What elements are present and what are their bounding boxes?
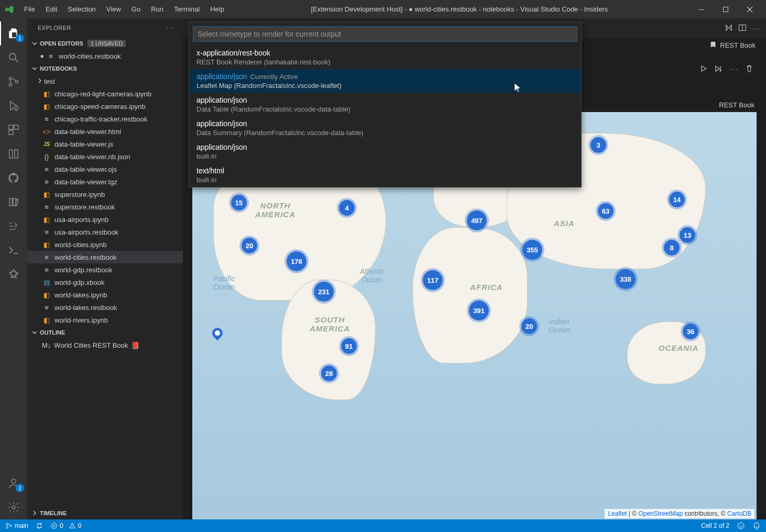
activity-bookmarks[interactable] — [0, 142, 27, 166]
file-item[interactable]: ◧usa-airports.ipynb — [27, 213, 183, 226]
vscode-insiders-logo — [4, 4, 15, 15]
activity-pin[interactable] — [0, 262, 27, 286]
quickpick-input[interactable] — [193, 26, 577, 42]
more-icon[interactable]: ··· — [752, 25, 761, 32]
quickpick-item[interactable]: application/jsonbuilt-in — [189, 140, 581, 163]
file-item[interactable]: ◧world-cities.ipynb — [27, 238, 183, 251]
map-cluster[interactable]: 36 — [683, 324, 698, 339]
quickpick-item[interactable]: x-application/rest-bookREST Book Rendere… — [189, 46, 581, 69]
split-editor-icon[interactable] — [738, 24, 747, 34]
run-below-icon[interactable] — [714, 64, 724, 73]
carto-link[interactable]: CartoDB — [727, 510, 751, 517]
status-feedback-icon[interactable] — [737, 522, 745, 530]
status-problems[interactable]: 0 0 — [50, 522, 81, 529]
file-item[interactable]: ▤world-gdp.xbook — [27, 276, 183, 289]
cell-more-icon[interactable]: ··· — [730, 64, 739, 73]
activity-terminal[interactable] — [0, 238, 27, 262]
map-cluster[interactable]: 15 — [231, 195, 247, 210]
svg-rect-7 — [9, 125, 13, 129]
outline-header[interactable]: OUTLINE — [27, 326, 183, 339]
menu-help[interactable]: Help — [205, 2, 229, 16]
menu-terminal[interactable]: Terminal — [169, 2, 205, 16]
open-editor-item[interactable]: ≡ world-cities.restbook — [27, 50, 183, 62]
map-cluster[interactable]: 13 — [680, 227, 695, 243]
sidebar-more-icon[interactable]: ··· — [167, 25, 174, 31]
activity-account[interactable]: 2 — [0, 471, 27, 495]
file-item[interactable]: ◧chicago-red-light-cameras.ipynb — [27, 87, 183, 100]
map-cluster[interactable]: 338 — [616, 269, 636, 289]
chevron-right-icon — [37, 77, 43, 85]
map-cluster[interactable]: 3 — [590, 137, 606, 153]
file-item[interactable]: ≡superstore.restbook — [27, 201, 183, 213]
file-item[interactable]: ◧superstore.ipynb — [27, 188, 183, 201]
file-item[interactable]: ≡data-table-viewer.tgz — [27, 175, 183, 188]
activity-explorer[interactable]: 1 — [0, 21, 27, 46]
file-item[interactable]: ◧world-lakes.ipynb — [27, 289, 183, 301]
osm-link[interactable]: OpenStreetMap — [638, 510, 683, 517]
map-cluster[interactable]: 8 — [664, 240, 680, 256]
unsaved-badge: 1 UNSAVED — [87, 40, 126, 47]
close-button[interactable] — [738, 0, 762, 18]
file-item[interactable]: {}data-table-viewer.nb.json — [27, 150, 183, 163]
activity-extensions[interactable] — [0, 118, 27, 142]
notebook-icon: ◧ — [42, 191, 51, 198]
activity-search[interactable] — [0, 46, 27, 70]
menu-edit[interactable]: Edit — [40, 2, 62, 16]
map-cluster[interactable]: 63 — [598, 203, 614, 219]
file-item[interactable]: ≡world-cities.restbook — [27, 251, 183, 263]
status-cell-position[interactable]: Cell 2 of 2 — [701, 522, 729, 529]
minimize-button[interactable] — [690, 0, 714, 18]
menu-file[interactable]: File — [19, 2, 40, 16]
activity-github[interactable] — [0, 166, 27, 190]
map-cluster[interactable]: 391 — [469, 301, 489, 320]
quickpick-item[interactable]: application/jsonData Table (RandomFracta… — [189, 93, 581, 116]
status-bell-icon[interactable] — [752, 522, 761, 530]
map-cluster[interactable]: 20 — [242, 238, 257, 253]
quickpick-item[interactable]: application/jsonCurrently ActiveLeaflet … — [189, 69, 581, 93]
quickpick-item[interactable]: text/htmlbuilt-in — [189, 163, 581, 187]
compare-icon[interactable] — [725, 24, 733, 34]
activity-settings[interactable] — [0, 495, 27, 519]
outline-item[interactable]: M↓ World Cities REST Book 📕 — [27, 339, 183, 351]
menu-selection[interactable]: Selection — [62, 2, 101, 16]
map-cluster[interactable]: 497 — [467, 210, 487, 230]
activity-library[interactable] — [0, 190, 27, 214]
menu-go[interactable]: Go — [126, 2, 146, 16]
maximize-button[interactable] — [714, 0, 738, 18]
map-cluster[interactable]: 231 — [314, 282, 334, 302]
activity-source-control[interactable] — [0, 70, 27, 94]
file-item[interactable]: ≡usa-airports.restbook — [27, 226, 183, 238]
file-item[interactable]: ◧chicago-speed-cameras.ipynb — [27, 100, 183, 113]
map-cluster[interactable]: 4 — [339, 200, 355, 216]
status-branch[interactable]: main — [5, 522, 28, 529]
activity-run-debug[interactable] — [0, 94, 27, 118]
file-item[interactable]: ≡world-lakes.restbook — [27, 301, 183, 314]
map-cluster[interactable]: 355 — [522, 240, 542, 260]
quickpick-item[interactable]: application/jsonData Summary (RandomFrac… — [189, 116, 581, 140]
workspace-header[interactable]: NOTEBOOKS — [27, 62, 183, 75]
activity-outline-1[interactable] — [0, 214, 27, 238]
map-cluster[interactable]: 28 — [321, 365, 337, 381]
menu-view[interactable]: View — [101, 2, 126, 16]
file-item[interactable]: ≡chicago-traffic-tracker.restbook — [27, 113, 183, 125]
map-cluster[interactable]: 178 — [287, 251, 307, 271]
map-cluster[interactable]: 91 — [341, 338, 357, 354]
map-cluster[interactable]: 20 — [521, 318, 537, 334]
delete-cell-icon[interactable] — [745, 64, 753, 73]
file-item[interactable]: <>data-table-viewer.html — [27, 125, 183, 138]
map-cluster[interactable]: 14 — [669, 192, 685, 207]
file-item[interactable]: ◧world-rivers.ipynb — [27, 314, 183, 326]
timeline-header[interactable]: TIMELINE — [27, 507, 183, 519]
folder-test[interactable]: test — [27, 75, 183, 87]
leaflet-link[interactable]: Leaflet — [608, 510, 627, 517]
map-pin[interactable] — [212, 328, 223, 341]
file-item[interactable]: ≡data-table-viewer.ojs — [27, 163, 183, 175]
language-badge[interactable]: REST Book — [709, 41, 756, 50]
file-item[interactable]: ≡world-gdp.restbook — [27, 263, 183, 276]
run-cell-icon[interactable] — [699, 64, 708, 73]
menu-run[interactable]: Run — [146, 2, 169, 16]
open-editors-header[interactable]: OPEN EDITORS 1 UNSAVED — [27, 37, 183, 50]
status-sync[interactable] — [36, 522, 43, 529]
file-item[interactable]: JSdata-table-viewer.js — [27, 138, 183, 150]
map-cluster[interactable]: 117 — [423, 270, 443, 290]
